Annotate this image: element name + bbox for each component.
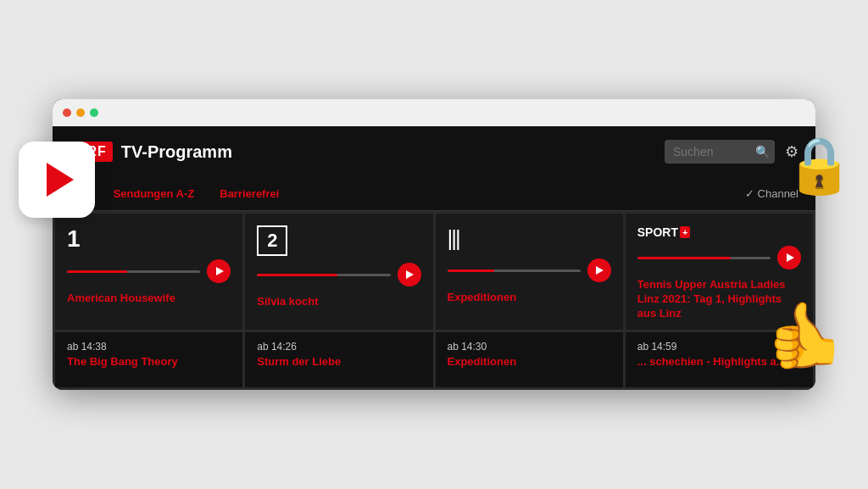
play-button-orf2[interactable] (398, 263, 421, 286)
play-triangle-icon (47, 163, 74, 197)
current-show-orf2: Silvia kocht (257, 295, 420, 309)
close-dot[interactable] (63, 108, 71, 117)
nav-item-sendungen[interactable]: Sendungen A-Z (114, 179, 195, 208)
thumbs-up-decoration: 👍 (765, 298, 845, 373)
next-card-orf3[interactable]: ab 14:30 Expeditionen (436, 332, 623, 387)
sport-label: SPORT (637, 225, 678, 239)
next-show-orf2: Sturm der Liebe (257, 355, 420, 368)
channel-number-orf3: ||| (448, 225, 459, 252)
play-button-orfsport[interactable] (777, 246, 801, 270)
progress-bg-orfsport (637, 257, 771, 259)
channels-grid: 1 American Housewife 2 (53, 211, 815, 390)
progress-bg-orf3 (448, 270, 581, 272)
progress-fill-orfsport (637, 257, 731, 259)
minimize-dot[interactable] (76, 108, 85, 117)
next-card-orf2[interactable]: ab 14:26 Sturm der Liebe (245, 332, 432, 387)
page-title: TV-Programm (121, 142, 232, 162)
progress-fill-orf3 (448, 270, 494, 272)
channel-card-orf2[interactable]: 2 Silvia kocht (245, 214, 432, 330)
next-time-orf2: ab 14:26 (257, 341, 420, 353)
next-time-orf3: ab 14:30 (448, 341, 611, 353)
progress-fill-orf1 (67, 270, 127, 273)
channel-header-orf1: 1 (67, 225, 231, 253)
browser-titlebar (53, 99, 815, 126)
next-time-orf1: ab 14:38 (67, 341, 231, 353)
progress-bg-orf2 (257, 274, 390, 276)
progress-container-orf1 (67, 259, 231, 283)
search-wrapper: 🔍 (665, 140, 775, 164)
progress-container-orf2 (257, 263, 420, 286)
play-button-orf1[interactable] (207, 259, 231, 283)
channel-number-orf2: 2 (257, 225, 287, 256)
channel-card-orf3[interactable]: ||| Expeditionen (436, 214, 623, 330)
search-button[interactable]: 🔍 (755, 145, 770, 158)
orf-header: ORF TV-Programm 🔍 ⚙ (53, 126, 815, 177)
current-show-orf1: American Housewife (67, 292, 231, 306)
maximize-dot[interactable] (90, 108, 98, 117)
sport-plus-badge: + (680, 226, 690, 238)
lock-icon-decoration: 🔒 (785, 133, 854, 197)
nav-bar: mm Sendungen A-Z Barrierefrei ✓ Channel (53, 177, 815, 211)
channel-card-orf1[interactable]: 1 American Housewife (55, 214, 242, 330)
current-show-orf3: Expeditionen (448, 291, 611, 305)
channel-header-orfsport: SPORT + (637, 225, 801, 239)
sport-logo: SPORT + (637, 225, 691, 239)
play-button-orf3[interactable] (587, 258, 611, 282)
play-icon-decoration (19, 142, 95, 218)
channel-number-orf1: 1 (67, 225, 81, 253)
next-show-orf1: The Big Bang Theory (67, 355, 231, 368)
header-right: 🔍 ⚙ (665, 140, 798, 164)
nav-item-barrierefrei[interactable]: Barrierefrei (220, 179, 279, 208)
progress-fill-orf2 (257, 274, 337, 276)
progress-container-orfsport (637, 246, 801, 270)
channel-header-orf3: ||| (448, 225, 611, 252)
progress-container-orf3 (448, 258, 611, 282)
next-card-orf1[interactable]: ab 14:38 The Big Bang Theory (55, 332, 242, 387)
next-show-orf3: Expeditionen (448, 355, 611, 368)
browser-window: ORF TV-Programm 🔍 ⚙ mm Sendungen A-Z Bar… (53, 99, 815, 390)
progress-bg-orf1 (67, 270, 200, 273)
channel-header-orf2: 2 (257, 225, 420, 256)
